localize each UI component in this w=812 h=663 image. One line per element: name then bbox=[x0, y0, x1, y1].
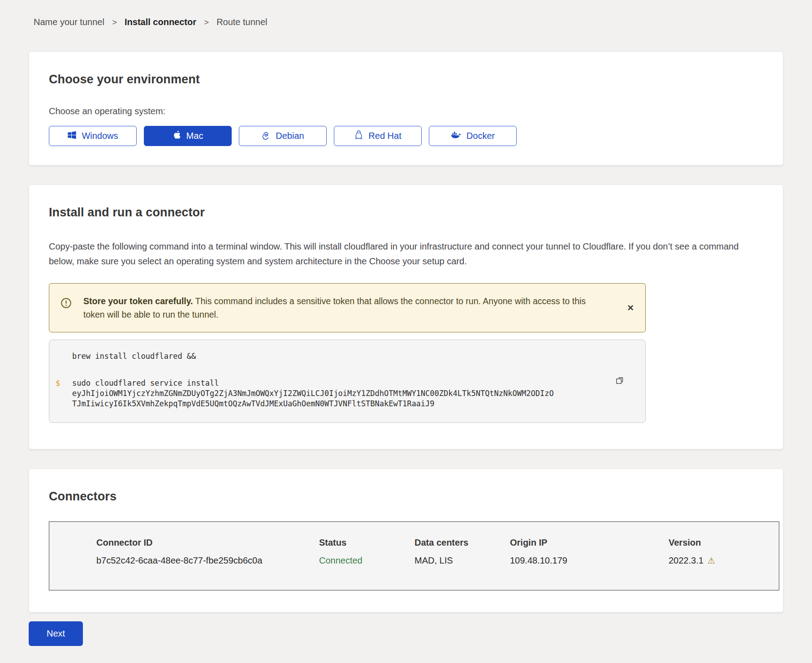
close-icon[interactable]: × bbox=[625, 300, 636, 316]
environment-card: Choose your environment Choose an operat… bbox=[29, 52, 783, 165]
install-command-code-block: brew install cloudflared && $ sudo cloud… bbox=[49, 340, 646, 423]
install-connector-card: Install and run a connector Copy-paste t… bbox=[29, 185, 783, 449]
os-button-debian[interactable]: Debian bbox=[239, 126, 327, 146]
breadcrumb-step-install-connector[interactable]: Install connector bbox=[125, 17, 196, 27]
debian-icon bbox=[261, 130, 271, 142]
os-button-group: Windows Mac Debian bbox=[49, 126, 763, 146]
breadcrumb-separator: > bbox=[112, 17, 117, 27]
docker-whale-icon bbox=[451, 131, 462, 141]
token-line-2: TJmIiwicyI6Ik5XVmhZekpqTmpVdE5UQmtOQzAwT… bbox=[72, 399, 435, 408]
origin-ip-value: 109.48.10.179 bbox=[510, 555, 669, 566]
sudo-command-text: sudo cloudflared service install bbox=[72, 379, 219, 387]
code-line-sudo: $ sudo cloudflared service install eyJhI… bbox=[56, 378, 605, 409]
warning-triangle-icon: ⚠ bbox=[708, 556, 715, 565]
os-button-mac[interactable]: Mac bbox=[144, 126, 232, 146]
os-button-label: Red Hat bbox=[368, 131, 401, 141]
table-row: b7c52c42-6caa-48ee-8c77-fbe259cb6c0a Con… bbox=[96, 551, 779, 570]
apple-icon bbox=[173, 130, 181, 142]
install-description: Copy-paste the following command into a … bbox=[49, 239, 741, 269]
os-button-label: Docker bbox=[466, 131, 495, 141]
copy-icon[interactable] bbox=[613, 374, 626, 389]
redhat-penguin-icon bbox=[354, 130, 363, 142]
os-button-label: Debian bbox=[276, 131, 304, 141]
header-connector-id: Connector ID bbox=[96, 538, 319, 548]
breadcrumb: Name your tunnel > Install connector > R… bbox=[34, 17, 783, 27]
header-status: Status bbox=[319, 538, 415, 548]
version-number: 2022.3.1 bbox=[669, 555, 704, 566]
sudo-command: sudo cloudflared service install eyJhIjo… bbox=[72, 378, 554, 409]
connectors-card-title: Connectors bbox=[49, 490, 763, 504]
token-warning-text: Store your token carefully. This command… bbox=[83, 294, 590, 321]
connector-id-value: b7c52c42-6caa-48ee-8c77-fbe259cb6c0a bbox=[96, 555, 319, 566]
os-button-windows[interactable]: Windows bbox=[49, 126, 137, 146]
connectors-table: Connector ID Status Data centers Origin … bbox=[49, 521, 779, 590]
prompt-spacer bbox=[56, 351, 72, 362]
header-origin-ip: Origin IP bbox=[510, 538, 669, 548]
os-button-label: Mac bbox=[186, 131, 203, 141]
alert-circle-icon bbox=[60, 297, 72, 311]
os-button-label: Windows bbox=[82, 131, 118, 141]
connectors-table-header: Connector ID Status Data centers Origin … bbox=[96, 534, 779, 551]
os-select-label: Choose an operating system: bbox=[49, 106, 763, 116]
brew-command: brew install cloudflared && bbox=[72, 351, 196, 362]
version-value: 2022.3.1 ⚠ bbox=[669, 555, 779, 566]
breadcrumb-step-name-tunnel[interactable]: Name your tunnel bbox=[34, 17, 104, 27]
breadcrumb-step-route-tunnel[interactable]: Route tunnel bbox=[216, 17, 267, 27]
token-warning-title: Store your token carefully. bbox=[83, 296, 193, 306]
data-centers-value: MAD, LIS bbox=[415, 555, 510, 566]
install-card-title: Install and run a connector bbox=[49, 206, 763, 220]
breadcrumb-separator: > bbox=[204, 17, 209, 27]
os-button-redhat[interactable]: Red Hat bbox=[334, 126, 422, 146]
shell-prompt: $ bbox=[56, 378, 72, 409]
windows-icon bbox=[67, 130, 77, 142]
header-version: Version bbox=[669, 538, 779, 548]
header-data-centers: Data centers bbox=[415, 538, 510, 548]
next-button[interactable]: Next bbox=[29, 621, 83, 646]
token-warning-banner: Store your token carefully. This command… bbox=[49, 283, 646, 332]
connectors-card: Connectors Connector ID Status Data cent… bbox=[29, 469, 783, 612]
os-button-docker[interactable]: Docker bbox=[429, 126, 517, 146]
code-line-brew: brew install cloudflared && bbox=[56, 351, 605, 362]
token-line-1: eyJhIjoiOWM1YjczYzhmZGNmZDUyOTg2ZjA3NmJm… bbox=[72, 389, 554, 398]
environment-card-title: Choose your environment bbox=[49, 73, 763, 86]
status-badge: Connected bbox=[319, 555, 415, 566]
